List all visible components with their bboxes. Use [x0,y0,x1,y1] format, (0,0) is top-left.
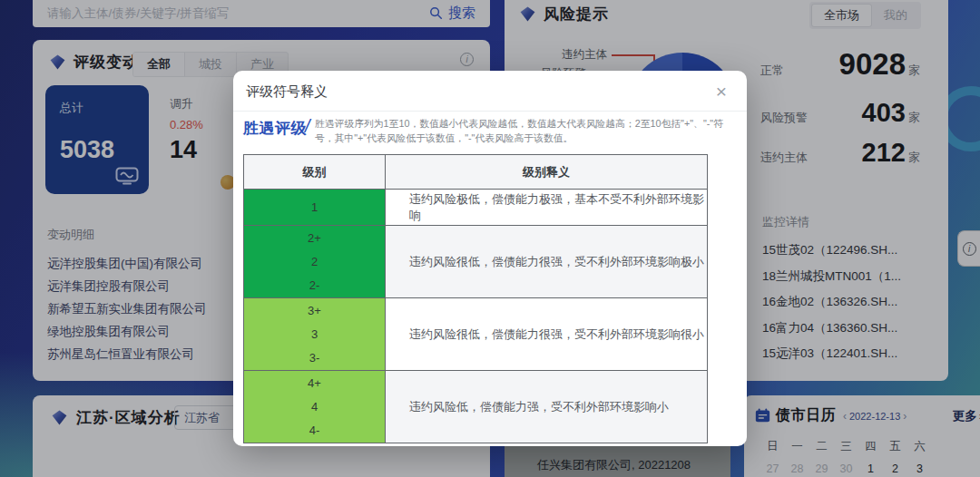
rating-scale-description: 胜遇评级序列为1至10，数值越小代表风险越低，数值越大代表风险越高；2至10包括… [315,116,734,145]
level-description-cell: 违约风险极低，偿债能力极强，基本不受不利外部环境影响 [386,190,708,226]
app-root: 搜索 评级变动 全部 城投 产业 i 总计 5038 [0,0,980,477]
brand-name: 胜遇评级 [243,118,307,139]
rating-level-row: 2+ 2 2- 违约风险很低，偿债能力很强，受不利外部环境影响极小 [244,226,708,298]
table-header-level: 级别 [244,155,386,190]
level-description-cell: 违约风险很低，偿债能力很强，受不利外部环境影响很小 [386,298,708,371]
level-cell: 3+ 3 3- [244,298,386,371]
close-icon[interactable]: × [716,78,727,104]
level-description-cell: 违约风险很低，偿债能力很强，受不利外部环境影响极小 [386,226,708,298]
table-header-row: 级别 级别释义 [244,155,708,190]
brand-slash-divider: / [305,116,310,137]
level-description-cell: 违约风险低，偿债能力强，受不利外部环境影响小 [386,371,708,443]
rating-legend-table: 级别 级别释义 1 违约风险极低，偿债能力极强，基本不受不利外部环境影响 2+ … [243,154,708,443]
rating-level-row: 3+ 3 3- 违约风险很低，偿债能力很强，受不利外部环境影响很小 [244,298,708,371]
level-cell: 1 [244,190,386,226]
level-cell: 4+ 4 4- [244,371,386,443]
modal-title: 评级符号释义 [246,83,328,101]
rating-level-row: 4+ 4 4- 违约风险低，偿债能力强，受不利外部环境影响小 [244,371,708,443]
rating-level-row: 1 违约风险极低，偿债能力极强，基本不受不利外部环境影响 [244,190,708,226]
rating-table-body: 1 违约风险极低，偿债能力极强，基本不受不利外部环境影响 2+ 2 2- 违约风… [244,190,708,443]
table-header-meaning: 级别释义 [386,155,708,190]
rating-legend-modal: 评级符号释义 × 胜遇评级 / 胜遇评级序列为1至10，数值越小代表风险越低，数… [233,71,747,446]
modal-divider [233,111,747,112]
level-cell: 2+ 2 2- [244,226,386,298]
